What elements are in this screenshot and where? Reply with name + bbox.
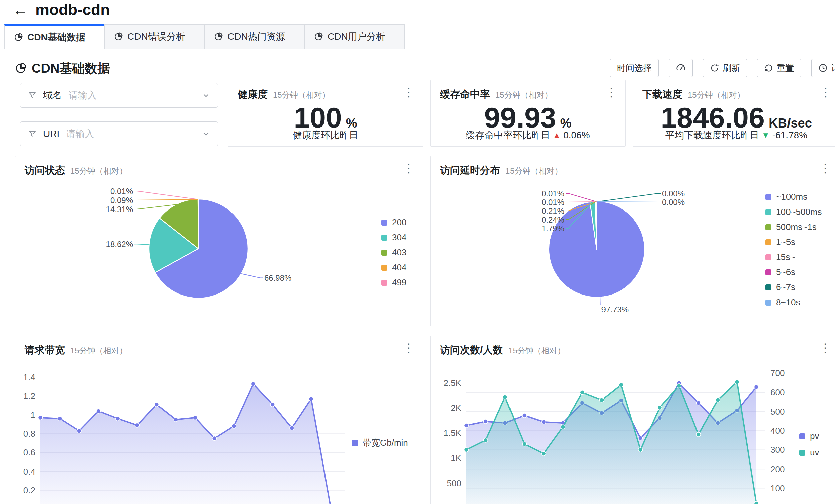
legend-swatch: [766, 254, 771, 260]
kpi-period: 15分钟（相对）: [688, 90, 745, 100]
page-title: modb-cdn: [36, 1, 110, 19]
pie-chart-icon: [15, 63, 26, 74]
uri-filter-select[interactable]: URI 请输入: [20, 121, 218, 146]
kebab-menu-icon[interactable]: ⋮: [403, 86, 415, 98]
gauge-icon: [676, 63, 686, 73]
delta-down-triangle-icon: ▼: [762, 131, 770, 139]
gauge-button[interactable]: [669, 59, 693, 77]
legend-label: uv: [810, 447, 819, 458]
svg-text:2.5K: 2.5K: [444, 378, 462, 388]
kebab-menu-icon[interactable]: ⋮: [605, 86, 617, 98]
tabbar: CDN基础数据 CDN错误分析 CDN热门资源 CDN用户分析: [4, 24, 405, 49]
legend-item[interactable]: 5~6s: [766, 267, 822, 278]
legend-swatch: [381, 250, 387, 256]
legend-label: 499: [392, 278, 406, 288]
svg-text:500: 500: [770, 407, 785, 417]
tab-label: CDN热门资源: [227, 31, 285, 43]
kpi-title: 健康度: [238, 88, 268, 101]
pie-chart-icon: [14, 33, 23, 42]
bandwidth-legend: 带宽Gb/min: [352, 437, 408, 453]
svg-text:1K: 1K: [451, 453, 461, 463]
tab-cdn-error-analysis[interactable]: CDN错误分析: [104, 24, 205, 49]
kpi-title: 缓存命中率: [440, 88, 490, 101]
legend-label: 1~5s: [776, 237, 795, 247]
filter-placeholder: 请输入: [68, 89, 196, 102]
refresh-icon: [710, 63, 719, 73]
tab-cdn-basic-data[interactable]: CDN基础数据: [4, 24, 105, 49]
kpi-period: 15分钟（相对）: [273, 90, 330, 100]
svg-text:1: 1: [31, 410, 36, 420]
legend-item[interactable]: ~100ms: [766, 192, 822, 202]
legend-item[interactable]: 15s~: [766, 252, 822, 262]
svg-text:0.01%: 0.01%: [110, 187, 133, 196]
svg-text:66.98%: 66.98%: [264, 274, 291, 282]
kebab-menu-icon[interactable]: ⋮: [820, 86, 832, 98]
tab-cdn-hot-resources[interactable]: CDN热门资源: [204, 24, 305, 49]
legend-item[interactable]: 100~500ms: [766, 207, 822, 217]
svg-text:0.24%: 0.24%: [542, 215, 564, 224]
tab-cdn-user-analysis[interactable]: CDN用户分析: [304, 24, 405, 49]
legend-item[interactable]: 404: [381, 262, 406, 273]
legend-label: 200: [392, 217, 406, 227]
chevron-down-icon: [202, 130, 210, 138]
visit-status-chart-card: 访问状态 15分钟（相对） ⋮ 0.01%0.09%14.31%18.62%66…: [15, 156, 423, 326]
kpi-delta: 0.06%: [563, 130, 590, 141]
svg-text:0.00%: 0.00%: [662, 189, 685, 198]
kpi-title: 下载速度: [642, 88, 683, 101]
svg-text:200: 200: [770, 464, 785, 474]
filter-label: 域名: [43, 89, 62, 102]
kpi-card-cache-hit-rate: 缓存命中率 15分钟（相对） ⋮ 99.93 % 缓存命中率环比昨日 ▲ 0.0…: [430, 80, 626, 146]
legend-item[interactable]: 8~10s: [766, 297, 822, 307]
subscribe-clock-icon: [818, 63, 828, 73]
refresh-button[interactable]: 刷新: [703, 59, 747, 77]
request-bandwidth-line-chart: 1.41.210.80.60.40.2: [15, 336, 423, 504]
latency-legend: ~100ms100~500ms500ms~1s1~5s15s~5~6s6~7s8…: [766, 192, 822, 312]
legend-item[interactable]: 499: [381, 278, 406, 288]
legend-item[interactable]: pv: [799, 431, 819, 441]
reset-button[interactable]: 重置: [757, 59, 801, 77]
subscribe-button[interactable]: 订阅: [811, 59, 835, 77]
legend-swatch: [799, 450, 805, 456]
svg-text:0.01%: 0.01%: [542, 198, 564, 207]
svg-text:0.09%: 0.09%: [110, 196, 133, 205]
time-select-button[interactable]: 时间选择: [610, 59, 659, 77]
kpi-unit: %: [346, 116, 357, 130]
cdn-dashboard-page: ← modb-cdn CDN基础数据 CDN错误分析 CDN热门资源 CDN用户…: [0, 0, 835, 504]
topbar: ← modb-cdn: [13, 1, 110, 19]
legend-label: 500ms~1s: [776, 222, 817, 232]
reset-icon: [764, 63, 773, 73]
svg-text:1.5K: 1.5K: [444, 428, 462, 438]
svg-text:1.4: 1.4: [23, 372, 36, 382]
legend-item[interactable]: 200: [381, 217, 406, 227]
tab-label: CDN基础数据: [27, 31, 85, 44]
legend-swatch: [766, 239, 771, 245]
legend-swatch: [766, 209, 771, 215]
kpi-footer: 平均下载速度环比昨日 ▼ -61.78%: [633, 129, 835, 142]
legend-label: pv: [810, 431, 819, 441]
legend-item[interactable]: 1~5s: [766, 237, 822, 247]
legend-item[interactable]: 304: [381, 232, 406, 243]
tab-label: CDN用户分析: [327, 31, 385, 43]
kpi-value: 99.93: [484, 103, 556, 132]
legend-swatch: [381, 220, 387, 225]
legend-item[interactable]: 500ms~1s: [766, 222, 822, 232]
kpi-card-download-speed: 下载速度 15分钟（相对） ⋮ 1846.06 KB/sec 平均下载速度环比昨…: [633, 80, 835, 146]
svg-text:2K: 2K: [451, 403, 461, 413]
legend-item[interactable]: 403: [381, 247, 406, 258]
legend-item[interactable]: 6~7s: [766, 282, 822, 293]
svg-text:0.6: 0.6: [23, 447, 36, 458]
legend-label: 6~7s: [776, 282, 795, 293]
visit-status-pie-chart: 0.01%0.09%14.31%18.62%66.98%: [15, 156, 423, 326]
kpi-period: 15分钟（相对）: [495, 90, 553, 100]
legend-item[interactable]: 带宽Gb/min: [352, 437, 408, 449]
kpi-footer: 缓存命中率环比昨日 ▲ 0.06%: [430, 129, 625, 142]
kpi-unit: KB/sec: [769, 116, 812, 130]
chevron-down-icon: [202, 92, 210, 99]
legend-item[interactable]: uv: [799, 447, 819, 458]
back-arrow-icon[interactable]: ←: [13, 2, 28, 18]
pie-chart-icon: [214, 33, 223, 41]
legend-swatch: [799, 434, 805, 439]
legend-label: ~100ms: [776, 192, 807, 202]
legend-label: 带宽Gb/min: [363, 437, 408, 449]
domain-filter-select[interactable]: 域名 请输入: [20, 83, 218, 108]
